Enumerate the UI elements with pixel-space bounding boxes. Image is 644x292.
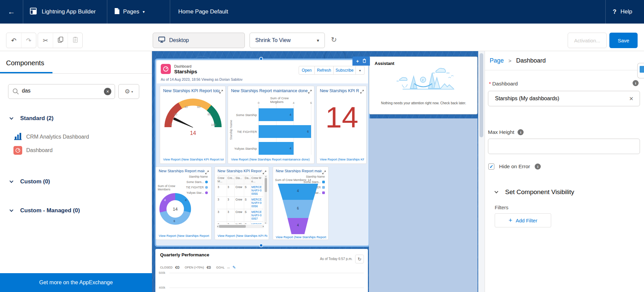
open-button[interactable]: Open <box>299 66 315 75</box>
tab-components[interactable]: Components <box>6 59 44 67</box>
info-icon[interactable]: i <box>535 163 541 170</box>
expand-icon[interactable] <box>360 89 364 95</box>
section-standard[interactable]: Standard (2) <box>10 115 53 122</box>
dashboard-asof: As of 14 Aug 2023, 18:56 Viewing as Dori… <box>161 77 242 81</box>
breadcrumb-page-link[interactable]: Page <box>490 57 504 64</box>
save-label: Save <box>618 38 629 43</box>
clear-search-button[interactable]: ✕ <box>104 88 111 95</box>
selection-top-handle[interactable] <box>259 57 263 61</box>
view-report-link[interactable]: View Report (New Starships Report mainta… <box>231 157 312 161</box>
view-report-link[interactable]: View Report (New Starships KPI Report to… <box>163 157 224 161</box>
horizontal-scrollbar[interactable]: ◂ ▸ <box>217 225 264 228</box>
record-link[interactable]: MERCENARY-00057 <box>251 209 263 221</box>
vertical-scrollbar[interactable]: ▴ ▾ <box>264 175 267 224</box>
undo-button[interactable]: ↶ <box>6 33 21 48</box>
scrollbar-thumb[interactable] <box>265 178 267 192</box>
app-builder-home[interactable]: Lightning App Builder <box>30 0 96 24</box>
expand-icon[interactable] <box>308 89 312 95</box>
move-icon[interactable]: + <box>356 59 359 64</box>
card-funnel[interactable]: New Starships Report maintana... Starshi… <box>273 167 329 240</box>
y-tick: 400k <box>159 286 165 289</box>
component-settings-button[interactable]: ⚙ ▾ <box>118 84 139 99</box>
section-custom-managed[interactable]: Custom - Managed (0) <box>10 207 80 214</box>
checkbox-label: Hide on Error <box>499 163 530 170</box>
dashboard-field-input[interactable]: Starships (My dashboards) ✕ <box>488 91 640 106</box>
card-table[interactable]: New Starships KPI Report total 2 Crew M.… <box>215 167 269 240</box>
copy-button[interactable] <box>53 33 68 48</box>
view-report-link[interactable]: View Report (New Starships KPI ... <box>320 157 364 161</box>
sidebar-item-crm-analytics-dashboard[interactable]: CRM Analytics Dashboard <box>13 132 89 142</box>
performance-stats: CLOSED €0 OPEN (>70%) €0 GOAL -- ✎ <box>160 265 236 270</box>
paste-button[interactable] <box>68 33 82 48</box>
breadcrumb-separator: > <box>508 58 512 64</box>
view-mode-select[interactable]: Shrink To View ▾ <box>250 33 325 48</box>
copy-icon <box>58 37 63 44</box>
record-link[interactable]: MERCENARY-00056 <box>251 197 263 209</box>
canvas-refresh-button[interactable]: ↻ <box>331 36 337 44</box>
card-gauge[interactable]: New Starships KPI Report total 2 0 20 40… <box>160 86 226 164</box>
scrollbar-thumb[interactable] <box>219 225 246 228</box>
expand-icon[interactable] <box>219 89 223 95</box>
card-bar-chart[interactable]: New Starships Report maintanance done Su… <box>228 86 314 164</box>
gear-icon: ⚙ <box>124 88 130 95</box>
scroll-left-icon[interactable]: ◂ <box>217 225 218 228</box>
clear-selection-button[interactable]: ✕ <box>629 96 634 102</box>
assistant-illustration: z <box>389 68 459 101</box>
selection-bottom-handle[interactable] <box>259 244 263 247</box>
view-report-link[interactable]: View Report (New Starships KPI Report to… <box>218 234 267 238</box>
empty-region[interactable] <box>369 118 478 292</box>
save-button[interactable]: Save <box>609 33 638 48</box>
card-metric[interactable]: New Starships KPI R... 14 View Report (N… <box>316 86 367 164</box>
component-search-input[interactable]: das ✕ <box>8 84 115 99</box>
appexchange-button[interactable]: Get more on the AppExchange <box>0 273 152 292</box>
page-canvas[interactable]: + Dashboard Starships As of 14 Aug 2023,… <box>152 51 485 292</box>
pages-menu[interactable]: Pages ▾ <box>114 0 145 24</box>
subscribe-button[interactable]: Subscribe <box>334 66 356 75</box>
report-table[interactable]: Crew M...Cre...Sta...Da...Crew Me... 33C… <box>217 175 263 224</box>
sidebar-item-label: CRM Analytics Dashboard <box>26 134 89 140</box>
current-page: Home Page Default <box>178 0 228 24</box>
hide-on-error-row: ✓ Hide on Error i <box>488 163 541 170</box>
scrollbar-thumb[interactable] <box>480 53 483 137</box>
chevron-down-icon <box>9 179 13 183</box>
scroll-up-icon[interactable]: ▴ <box>264 175 267 177</box>
max-height-input[interactable] <box>488 139 640 154</box>
subscribe-label: Subscribe <box>336 68 353 73</box>
view-report-link[interactable]: View Report (New Starships Report mainta… <box>159 234 209 238</box>
form-factor-select[interactable]: Desktop <box>153 33 245 48</box>
cut-button[interactable]: ✂ <box>38 33 53 48</box>
components-sidebar: Components das ✕ ⚙ ▾ Standard (2) CRM An… <box>0 51 152 292</box>
redo-button[interactable]: ↷ <box>21 33 36 48</box>
performance-refresh-button[interactable]: ↻ <box>355 255 364 263</box>
pencil-icon[interactable]: ✎ <box>232 265 236 270</box>
record-link[interactable]: MERCENARY-00061 <box>251 222 263 224</box>
trash-icon[interactable] <box>363 58 366 64</box>
activation-button[interactable]: Activation... <box>568 33 607 48</box>
max-height-label-row: Max Height i <box>488 129 524 135</box>
add-filter-button[interactable]: + Add Filter <box>495 213 551 227</box>
more-actions-button[interactable]: ▾ <box>356 66 365 75</box>
help-button[interactable]: ? Help <box>613 0 632 24</box>
canvas-scrollbar[interactable] <box>478 51 485 292</box>
scroll-down-icon[interactable]: ▾ <box>265 222 266 224</box>
info-icon[interactable]: i <box>518 129 524 135</box>
record-link[interactable]: MERCENARY-00055 <box>251 184 263 196</box>
section-component-visibility[interactable]: Set Component Visibility <box>495 188 574 196</box>
x-tick: 0 <box>258 101 259 105</box>
sidebar-item-dashboard[interactable]: Dashboard <box>13 146 52 155</box>
collapse-panel-tab[interactable] <box>637 63 644 78</box>
performance-component[interactable]: Quarterly Performance As of Today 6:57 p… <box>155 249 368 292</box>
segment-label: 6 <box>297 207 299 210</box>
card-donut[interactable]: New Starships Report maintanan... Starsh… <box>156 167 212 240</box>
view-report-link[interactable]: View Report (New Starships Report mainta… <box>276 235 326 239</box>
pages-label: Pages <box>123 8 139 15</box>
section-custom[interactable]: Custom (0) <box>10 178 50 185</box>
back-button[interactable]: ← <box>0 0 23 24</box>
hide-on-error-checkbox[interactable]: ✓ <box>488 163 494 170</box>
info-icon[interactable]: i <box>633 80 639 86</box>
breadcrumb: Page > Dashboard <box>490 57 546 64</box>
refresh-button[interactable]: Refresh <box>315 66 334 75</box>
assistant-component[interactable]: Assistant z <box>369 57 478 114</box>
table-row: 33CrewSMERCENARY-00056 <box>217 197 263 209</box>
scroll-right-icon[interactable]: ▸ <box>263 225 264 228</box>
